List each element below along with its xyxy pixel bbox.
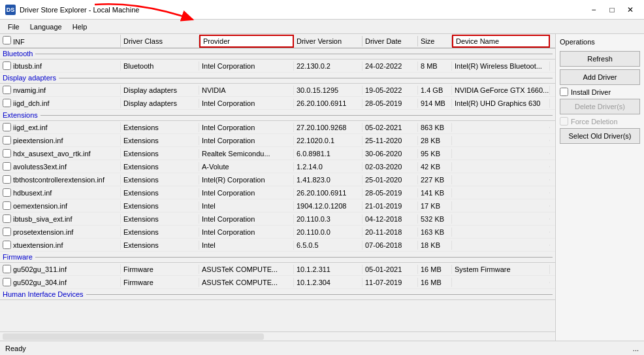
main-content: INF Driver Class Provider Driver Version…: [0, 34, 644, 341]
cell-provider: Intel Corporation: [199, 123, 294, 132]
col-header-version[interactable]: Driver Version: [294, 36, 362, 46]
row-checkbox[interactable]: [3, 99, 11, 107]
row-checkbox[interactable]: [3, 278, 11, 286]
table-row[interactable]: prosetextension.inf Extensions Intel Cor…: [0, 226, 555, 239]
table-row[interactable]: ibtusb_siva_ext.inf Extensions Intel Cor…: [0, 212, 555, 226]
table-row[interactable]: ibtusb.inf Bluetooth Intel Corporation 2…: [0, 59, 555, 73]
menu-language[interactable]: Language: [25, 22, 67, 32]
cell-date: 04-12-2018: [362, 214, 418, 224]
table-row[interactable]: gu502gu_304.inf Firmware ASUSTeK COMPUTE…: [0, 276, 555, 289]
cell-provider: Intel Corporation: [199, 61, 294, 71]
cell-class: Extensions: [121, 241, 199, 250]
col-header-class[interactable]: Driver Class: [121, 36, 199, 46]
add-driver-button[interactable]: Add Driver: [560, 69, 640, 85]
cell-provider: NVIDIA: [199, 86, 294, 95]
arrow-annotation: [88, 1, 206, 27]
cell-version: 1904.12.0.1208: [294, 201, 362, 211]
cell-inf: ibtusb_siva_ext.inf: [0, 214, 121, 224]
group-header: Firmware: [0, 252, 555, 263]
cell-inf: nvamig.inf: [0, 85, 121, 95]
row-checkbox[interactable]: [3, 214, 11, 223]
cell-version: 22.1020.0.1: [294, 136, 362, 145]
table-row[interactable]: oemextension.inf Extensions Intel 1904.1…: [0, 199, 555, 212]
cell-class: Extensions: [121, 162, 199, 171]
minimize-button[interactable]: −: [585, 3, 602, 16]
table-row[interactable]: nvamig.inf Display adapters NVIDIA 30.0.…: [0, 84, 555, 97]
cell-version: 20.110.0.0: [294, 228, 362, 237]
table-row[interactable]: gu502gu_311.inf Firmware ASUSTeK COMPUTE…: [0, 263, 555, 276]
table-area: INF Driver Class Provider Driver Version…: [0, 34, 556, 341]
col-header-device[interactable]: Device Name: [452, 35, 550, 48]
select-all-checkbox[interactable]: [3, 36, 11, 44]
table-row[interactable]: avolutess3ext.inf Extensions A-Volute 1.…: [0, 160, 555, 173]
table-row[interactable]: iigd_dch.inf Display adapters Intel Corp…: [0, 97, 555, 110]
cell-provider: Intel: [199, 201, 294, 211]
cell-date: 11-07-2019: [362, 278, 418, 287]
cell-class: Extensions: [121, 214, 199, 224]
cell-class: Extensions: [121, 201, 199, 211]
row-checkbox[interactable]: [3, 188, 11, 197]
cell-version: 10.1.2.311: [294, 265, 362, 274]
cell-date: 28-05-2019: [362, 99, 418, 108]
cell-date: 05-02-2021: [362, 123, 418, 132]
status-bar: Ready ...: [0, 341, 644, 355]
cell-version: 22.130.0.2: [294, 61, 362, 71]
cell-version: 6.5.0.5: [294, 241, 362, 250]
refresh-button[interactable]: Refresh: [560, 51, 640, 67]
cell-size: 17 KB: [418, 201, 452, 211]
col-header-provider[interactable]: Provider: [199, 35, 294, 48]
cell-inf: gu502gu_304.inf: [0, 277, 121, 287]
force-deletion-checkbox[interactable]: [560, 117, 568, 126]
col-header-inf[interactable]: INF: [0, 35, 121, 47]
cell-provider: Realtek Semicondu...: [199, 149, 294, 158]
col-header-size[interactable]: Size: [418, 36, 452, 46]
table-row[interactable]: xtuextension.inf Extensions Intel 6.5.0.…: [0, 239, 555, 252]
row-checkbox[interactable]: [3, 61, 11, 70]
row-checkbox[interactable]: [3, 149, 11, 158]
row-checkbox[interactable]: [3, 162, 11, 171]
cell-class: Extensions: [121, 149, 199, 158]
delete-drivers-button[interactable]: Delete Driver(s): [560, 99, 640, 114]
cell-version: 30.0.15.1295: [294, 86, 362, 95]
cell-device: NVIDIA GeForce GTX 1660...: [452, 86, 550, 95]
cell-version: 10.1.2.304: [294, 278, 362, 287]
cell-size: 42 KB: [418, 162, 452, 171]
cell-inf: iigd_dch.inf: [0, 98, 121, 108]
col-header-date[interactable]: Driver Date: [362, 36, 418, 46]
install-driver-checkbox[interactable]: [560, 88, 568, 96]
row-checkbox[interactable]: [3, 123, 11, 131]
table-row[interactable]: iigd_ext.inf Extensions Intel Corporatio…: [0, 121, 555, 134]
cell-date: 28-05-2019: [362, 188, 418, 197]
row-checkbox[interactable]: [3, 201, 11, 210]
select-old-drivers-button[interactable]: Select Old Driver(s): [560, 128, 640, 144]
row-checkbox[interactable]: [3, 136, 11, 144]
table-row[interactable]: pieextension.inf Extensions Intel Corpor…: [0, 134, 555, 147]
row-checkbox[interactable]: [3, 228, 11, 236]
cell-class: Display adapters: [121, 99, 199, 108]
cell-device: [452, 127, 550, 128]
cell-inf: hdx_asusext_avo_rtk.inf: [0, 148, 121, 158]
row-checkbox[interactable]: [3, 175, 11, 184]
cell-inf: ibtusb.inf: [0, 61, 121, 71]
table-row[interactable]: hdx_asusext_avo_rtk.inf Extensions Realt…: [0, 147, 555, 160]
cell-date: 02-03-2020: [362, 162, 418, 171]
table-row[interactable]: hdbusext.inf Extensions Intel Corporatio…: [0, 186, 555, 199]
close-button[interactable]: ✕: [622, 3, 639, 16]
horizontal-scrollbar[interactable]: [3, 333, 264, 340]
cell-inf: tbthostcontrollerextension.inf: [0, 175, 121, 184]
cell-date: 19-05-2022: [362, 86, 418, 95]
row-checkbox[interactable]: [3, 241, 11, 249]
menu-file[interactable]: File: [3, 22, 25, 32]
cell-date: 20-11-2018: [362, 228, 418, 237]
row-checkbox[interactable]: [3, 86, 11, 94]
row-checkbox[interactable]: [3, 265, 11, 273]
maximize-button[interactable]: □: [604, 3, 620, 16]
cell-device: [452, 282, 550, 283]
cell-provider: Intel Corporation: [199, 188, 294, 197]
cell-size: 16 MB: [418, 278, 452, 287]
cell-size: 163 KB: [418, 228, 452, 237]
cell-version: 20.110.0.3: [294, 214, 362, 224]
cell-provider: Intel: [199, 241, 294, 250]
cell-device: [452, 231, 550, 233]
table-row[interactable]: tbthostcontrollerextension.inf Extension…: [0, 173, 555, 186]
